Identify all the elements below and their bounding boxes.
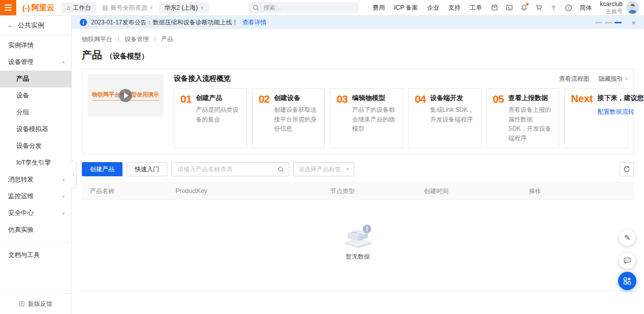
announcement-detail-link[interactable]: 查看详情 <box>242 18 266 27</box>
lightbulb-icon[interactable] <box>550 4 557 11</box>
console-terminal-icon[interactable] <box>506 4 513 11</box>
step-number: 05 <box>493 93 504 143</box>
breadcrumb-separator: / <box>117 36 119 43</box>
notification-bell-icon[interactable] <box>520 4 528 11</box>
workbench-button[interactable]: ⌂ 工作台 <box>62 2 96 13</box>
svg-text:?: ? <box>567 5 570 10</box>
sidebar-item-devices[interactable]: 设备 <box>0 87 71 104</box>
sidebar-item-products[interactable]: 产品 <box>0 71 71 87</box>
hide-guide-link[interactable]: 隐藏指引∧ <box>598 75 628 83</box>
feedback-button[interactable]: 新版反馈 <box>0 293 71 314</box>
carousel-dot-2[interactable] <box>605 22 612 23</box>
breadcrumb-device-management[interactable]: 设备管理 <box>125 36 149 43</box>
column-node-type: 节点类型 <box>330 187 424 196</box>
guide-step-1: 01 创建产品产品是同品类设备的集合 <box>174 88 247 148</box>
product-search-input[interactable] <box>176 165 274 173</box>
guide-title: 设备接入流程概览 <box>174 74 231 83</box>
cart-icon[interactable] <box>535 4 542 11</box>
top-links: 费用 ICP 备案 企业 支持 工单 <box>373 4 482 12</box>
avatar <box>626 1 639 14</box>
top-link-billing[interactable]: 费用 <box>373 4 385 12</box>
pencil-icon: ✎ <box>624 233 631 242</box>
configure-data-flow-link[interactable]: 配置数据流转 <box>598 108 634 116</box>
sidebar-back-public-instance[interactable]: ← 公共实例 <box>0 16 71 35</box>
product-tag-select[interactable]: 请选择产品标签 ∨ <box>293 162 354 176</box>
column-actions: 操作 <box>529 187 634 196</box>
top-link-tickets[interactable]: 工单 <box>470 4 482 12</box>
announcement-text: 2023-01-17发布公告：数据压缩和设备诊断功能上线！ <box>91 18 238 27</box>
chevron-down-icon: ∨ <box>150 6 154 10</box>
user-account-menu[interactable]: kcarclub 主账号 <box>600 1 639 15</box>
top-link-support[interactable]: 支持 <box>448 4 461 12</box>
carousel-dot-1[interactable] <box>595 22 602 23</box>
page-subtitle: （设备模型） <box>106 52 148 61</box>
chat-support-fab[interactable] <box>619 253 635 269</box>
iot-console-window: (-)阿里云 ⌂ 工作台 ▤ 账号全部资源 ∨ 华东2 (上海) ∨ 费用 IC… <box>0 0 644 314</box>
sidebar-item-device-management[interactable]: 设备管理∧ <box>0 54 71 71</box>
sidebar-item-device-distribution[interactable]: 设备分发 <box>0 138 71 154</box>
create-product-button[interactable]: 创建产品 <box>82 162 122 176</box>
sidebar-item-message-forwarding[interactable]: 消息转发∨ <box>0 171 71 188</box>
app-launcher-fab[interactable] <box>618 272 636 290</box>
view-flowchart-link[interactable]: 查看流程图 <box>559 75 589 83</box>
edit-feedback-fab[interactable]: ✎ <box>619 230 635 246</box>
sidebar-nav: 实例详情 设备管理∧ 产品 设备 分组 设备模拟器 设备分发 IoT孪生引擎 消… <box>0 35 71 264</box>
next-label: Next <box>571 93 593 143</box>
guide-step-4: 04 设备端开发集成Link SDK，开发设备端程序 <box>408 88 481 148</box>
sidebar-item-docs-tools[interactable]: 文档与工具 <box>0 247 71 264</box>
region-label: 华东2 (上海) <box>164 4 198 12</box>
sidebar-item-device-simulator[interactable]: 设备模拟器 <box>0 121 71 138</box>
guide-step-5: 05 查看上报数据查看设备上报的属性数据 SDK，开发设备端程序 <box>486 88 560 148</box>
language-switcher[interactable]: 简体 <box>579 4 592 12</box>
account-scope-dropdown[interactable]: ▤ 账号全部资源 ∨ <box>102 4 153 12</box>
step-title: 创建产品 <box>196 94 222 102</box>
search-icon <box>253 5 259 11</box>
step-desc: 产品下的设备都会继承产品的物模型 <box>352 105 396 134</box>
announcement-bar: i 2023-01-17发布公告：数据压缩和设备诊断功能上线！ 查看详情 × <box>72 16 644 29</box>
sidebar-divider <box>0 242 71 243</box>
guide-step-3: 03 编辑物模型产品下的设备都会继承产品的物模型 <box>330 88 403 148</box>
chevron-down-icon: ∨ <box>200 6 204 10</box>
carousel-dot-3[interactable] <box>615 22 622 23</box>
sidebar-item-monitoring-ops[interactable]: 监控运维∨ <box>0 188 71 205</box>
top-navigation-bar: (-)阿里云 ⌂ 工作台 ▤ 账号全部资源 ∨ 华东2 (上海) ∨ 费用 IC… <box>0 0 644 16</box>
search-icon[interactable] <box>278 166 284 173</box>
play-icon[interactable] <box>119 89 132 102</box>
main-panel: i 2023-01-17发布公告：数据压缩和设备诊断功能上线！ 查看详情 × 物… <box>72 16 644 314</box>
aliyun-logo[interactable]: (-)阿里云 <box>22 3 54 13</box>
global-search-input[interactable] <box>262 4 354 12</box>
breadcrumb-separator: / <box>154 36 156 43</box>
aliyun-logo-mark: (-) <box>22 4 30 12</box>
step-number: 04 <box>415 93 425 143</box>
region-selector[interactable]: 华东2 (上海) ∨ <box>159 2 209 13</box>
demo-video-thumbnail[interactable]: 物联网平台物模型使用演示 <box>87 74 164 117</box>
top-link-enterprise[interactable]: 企业 <box>427 4 439 12</box>
sidebar-collapse-handle[interactable]: ‹ <box>71 161 77 188</box>
page-title-row: 产品 （设备模型） <box>82 48 634 62</box>
column-create-time: 创建时间 <box>424 187 529 196</box>
sidebar-item-instance-details[interactable]: 实例详情 <box>0 37 71 54</box>
quickstart-button[interactable]: 快速入门 <box>127 162 167 176</box>
app-center-icon[interactable] <box>491 4 498 11</box>
aliyun-logo-text: 阿里云 <box>32 3 54 13</box>
sidebar-item-simulation-lab[interactable]: 仿真实验 <box>0 222 71 238</box>
help-icon[interactable]: ? <box>565 4 572 12</box>
sidebar-item-iot-twin-engine[interactable]: IoT孪生引擎 <box>0 154 71 171</box>
step-number: 01 <box>180 93 191 143</box>
sidebar: ← 公共实例 实例详情 设备管理∧ 产品 设备 分组 设备模拟器 设备分发 Io… <box>0 16 72 314</box>
close-icon[interactable]: × <box>631 19 636 26</box>
step-title: 查看上报数据 <box>508 94 548 102</box>
sidebar-item-groups[interactable]: 分组 <box>0 104 71 121</box>
guide-steps: 01 创建产品产品是同品类设备的集合 02 创建设备创建设备获取连接平台所需的身… <box>174 88 628 148</box>
announcement-controls: × <box>595 19 636 26</box>
step-title: 设备端开发 <box>430 94 463 102</box>
top-link-icp[interactable]: ICP 备案 <box>394 4 418 12</box>
device-access-guide-card: 物联网平台物模型使用演示 设备接入流程概览 查看流程图 隐藏指引∧ <box>82 69 634 154</box>
hamburger-menu-icon[interactable] <box>0 0 16 15</box>
product-tag-placeholder: 请选择产品标签 <box>298 165 346 174</box>
refresh-button[interactable] <box>620 162 634 176</box>
breadcrumb-iot-platform[interactable]: 物联网平台 <box>82 36 112 43</box>
sidebar-item-security-center[interactable]: 安全中心∨ <box>0 205 71 222</box>
collapse-icon: ‹ <box>73 172 74 177</box>
chevron-down-icon: ∨ <box>346 167 349 171</box>
